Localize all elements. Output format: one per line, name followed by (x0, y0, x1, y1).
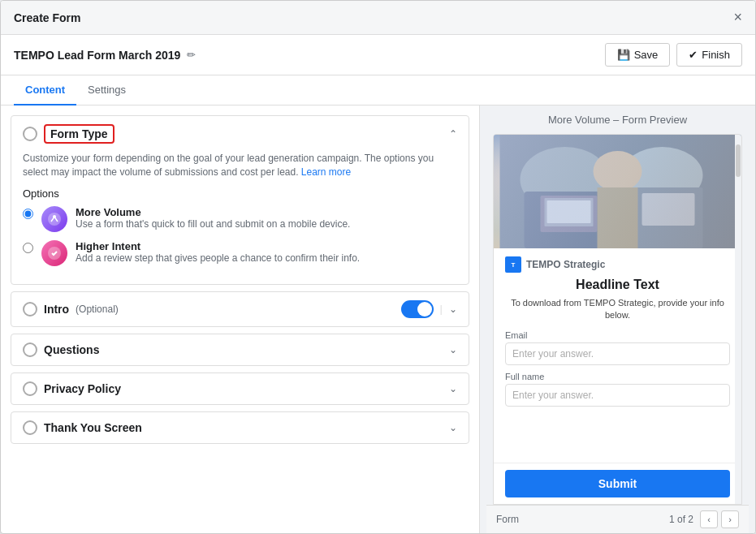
intro-toggle[interactable] (401, 300, 434, 318)
thank-you-header[interactable]: Thank You Screen ⌄ (11, 412, 469, 443)
finish-button[interactable]: ✔ Finish (676, 43, 742, 67)
intro-section: Intro (Optional) | ⌄ (11, 291, 469, 327)
save-button[interactable]: 💾 Save (605, 43, 671, 67)
scrollbar-thumb (736, 144, 741, 177)
form-type-title: Form Type (44, 124, 114, 144)
thank-you-chevron-icon: ⌄ (449, 422, 457, 433)
svg-rect-8 (634, 187, 703, 248)
svg-rect-6 (541, 196, 598, 232)
option-higher-intent: Higher Intent Add a review step that giv… (23, 240, 457, 266)
modal-header: Create Form × (1, 1, 755, 35)
privacy-policy-section: Privacy Policy ⌄ (11, 373, 469, 405)
scrollbar[interactable] (735, 135, 741, 504)
tab-content[interactable]: Content (14, 75, 76, 106)
thank-you-section: Thank You Screen ⌄ (11, 411, 469, 444)
questions-section: Questions ⌄ (11, 334, 469, 366)
toggle-knob (417, 302, 432, 317)
next-page-button[interactable]: › (721, 510, 739, 528)
modal-title: Create Form (14, 11, 80, 24)
svg-rect-3 (500, 135, 736, 248)
radio-more-volume[interactable] (23, 209, 33, 219)
intro-controls: | ⌄ (401, 300, 457, 318)
modal: Create Form × TEMPO Lead Form March 2019… (0, 0, 756, 534)
privacy-policy-header[interactable]: Privacy Policy ⌄ (11, 373, 469, 404)
option-more-volume-text: More Volume Use a form that's quick to f… (76, 206, 457, 230)
svg-rect-12 (545, 198, 594, 226)
right-panel: More Volume – Form Preview (480, 106, 755, 533)
intro-title: Intro (44, 303, 69, 316)
email-input[interactable]: Enter your answer. (505, 342, 730, 365)
form-type-description: Customize your form depending on the goa… (23, 152, 457, 179)
higher-intent-icon (41, 240, 67, 266)
finish-icon: ✔ (689, 49, 698, 61)
higher-intent-desc: Add a review step that gives people a ch… (76, 252, 457, 264)
intro-optional: (Optional) (76, 304, 119, 315)
divider: | (440, 303, 443, 315)
intro-header[interactable]: Intro (Optional) | ⌄ (11, 292, 469, 326)
preview-photo (494, 135, 741, 248)
learn-more-link[interactable]: Learn more (301, 166, 351, 178)
left-panel: Form Type ⌃ Customize your form dependin… (1, 106, 480, 533)
section-header-left: Form Type (23, 124, 114, 144)
preview-footer: Submit (494, 463, 741, 504)
close-button[interactable]: × (733, 9, 742, 26)
svg-point-7 (622, 147, 703, 204)
brand-logo: T (505, 256, 521, 273)
tab-settings[interactable]: Settings (76, 75, 137, 106)
svg-point-10 (594, 151, 642, 192)
svg-point-1 (53, 215, 56, 218)
preview-description: To download from TEMPO Strategic, provid… (505, 297, 730, 322)
preview-body: T TEMPO Strategic Headline Text To downl… (494, 248, 741, 463)
thank-you-header-left: Thank You Screen (23, 420, 142, 435)
submit-button[interactable]: Submit (505, 470, 730, 497)
intro-chevron-icon: ⌄ (449, 304, 457, 315)
email-field-group: Email Enter your answer. (505, 330, 730, 365)
section-circle (23, 127, 37, 141)
questions-header-left: Questions (23, 342, 99, 357)
save-icon: 💾 (617, 49, 630, 61)
questions-title: Questions (44, 343, 99, 356)
svg-rect-13 (547, 200, 591, 223)
higher-intent-label: Higher Intent (76, 240, 457, 252)
fullname-field-group: Full name Enter your answer. (505, 372, 730, 407)
page-info: 1 of 2 (669, 514, 693, 525)
svg-rect-5 (525, 192, 614, 248)
svg-point-4 (521, 147, 610, 212)
edit-icon[interactable]: ✏ (187, 49, 196, 61)
prev-page-button[interactable]: ‹ (700, 510, 718, 528)
pagination-label: Form (496, 514, 519, 525)
fullname-label: Full name (505, 372, 730, 381)
action-buttons: 💾 Save ✔ Finish (605, 43, 742, 67)
finish-label: Finish (702, 49, 730, 61)
form-type-body: Customize your form depending on the goa… (11, 152, 469, 284)
svg-rect-11 (598, 187, 638, 248)
form-type-section: Form Type ⌃ Customize your form dependin… (11, 115, 469, 285)
questions-header[interactable]: Questions ⌄ (11, 334, 469, 365)
svg-rect-9 (642, 193, 695, 226)
form-name-row: TEMPO Lead Form March 2019 ✏ (14, 49, 196, 62)
intro-header-left: Intro (Optional) (23, 302, 119, 317)
preview-image (494, 135, 741, 248)
preview-brand-row: T TEMPO Strategic (505, 256, 730, 273)
options-label: Options (23, 187, 457, 200)
pagination-controls: ‹ › (700, 510, 739, 528)
more-volume-desc: Use a form that's quick to fill out and … (76, 218, 457, 230)
form-name: TEMPO Lead Form March 2019 (14, 49, 180, 62)
privacy-title: Privacy Policy (44, 382, 121, 395)
main-content: Form Type ⌃ Customize your form dependin… (1, 106, 755, 533)
privacy-header-left: Privacy Policy (23, 381, 121, 396)
questions-circle (23, 342, 37, 357)
brand-name: TEMPO Strategic (526, 259, 605, 270)
tabs: Content Settings (1, 75, 755, 106)
preview-title: More Volume – Form Preview (480, 106, 755, 134)
form-type-header[interactable]: Form Type ⌃ (11, 116, 469, 152)
option-more-volume: More Volume Use a form that's quick to f… (23, 206, 457, 232)
preview-headline: Headline Text (505, 278, 730, 292)
radio-higher-intent[interactable] (23, 243, 33, 253)
fullname-input[interactable]: Enter your answer. (505, 384, 730, 407)
thank-you-title: Thank You Screen (44, 421, 142, 434)
option-higher-intent-text: Higher Intent Add a review step that giv… (76, 240, 457, 264)
more-volume-icon (41, 206, 67, 232)
preview-container: T TEMPO Strategic Headline Text To downl… (493, 134, 742, 505)
privacy-chevron-icon: ⌄ (449, 383, 457, 394)
